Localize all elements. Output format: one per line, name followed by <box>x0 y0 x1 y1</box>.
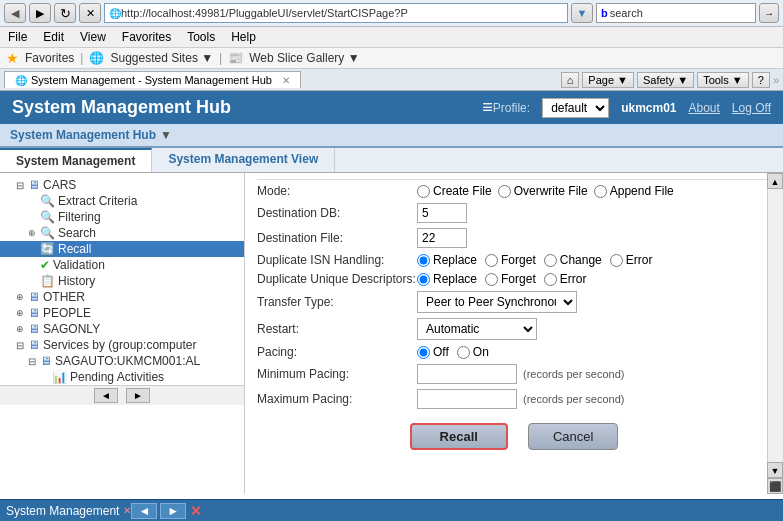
toggle-people[interactable]: ⊕ <box>16 308 28 318</box>
min-pacing-input[interactable] <box>417 364 517 384</box>
uniq-forget-opt[interactable]: Forget <box>485 272 536 286</box>
recall-button[interactable]: Recall <box>410 423 508 450</box>
browser-tab[interactable]: 🌐 System Management - System Management … <box>4 71 301 88</box>
pacing-off-label: Off <box>433 345 449 359</box>
uniq-replace-opt[interactable]: Replace <box>417 272 477 286</box>
app-menu-icon[interactable]: ≡ <box>482 97 493 118</box>
forward-button[interactable]: ▶ <box>29 3 51 23</box>
logout-link[interactable]: Log Off <box>732 101 771 115</box>
address-text: http://localhost:49981/PluggableUI/servl… <box>121 7 563 19</box>
toggle-services[interactable]: ⊟ <box>16 340 28 351</box>
suggested-sites[interactable]: Suggested Sites ▼ <box>110 51 213 65</box>
toggle-cars[interactable]: ⊟ <box>16 180 28 191</box>
tab-system-management[interactable]: System Management <box>0 148 152 172</box>
tree-scroll-left[interactable]: ◄ <box>94 388 118 403</box>
uniq-error-radio[interactable] <box>544 273 557 286</box>
tree-item-pending[interactable]: 📊 Pending Activities <box>0 369 244 385</box>
tree-item-services[interactable]: ⊟ 🖥 Services by (group:computer <box>0 337 244 353</box>
address-bar[interactable]: 🌐 http://localhost:49981/PluggableUI/ser… <box>104 3 568 23</box>
stop-button[interactable]: ✕ <box>79 3 101 23</box>
isn-change-radio[interactable] <box>544 254 557 267</box>
home-button[interactable]: ⌂ <box>561 72 580 88</box>
menu-edit[interactable]: Edit <box>39 29 68 45</box>
toggle-sagonly[interactable]: ⊕ <box>16 324 28 334</box>
webslice-gallery[interactable]: Web Slice Gallery ▼ <box>249 51 359 65</box>
scroll-corner-button[interactable]: ⬛ <box>767 478 783 494</box>
help-button[interactable]: ? <box>752 72 770 88</box>
menu-tools[interactable]: Tools <box>183 29 219 45</box>
tree-item-validation[interactable]: ✔ Validation <box>0 257 244 273</box>
menu-favorites[interactable]: Favorites <box>118 29 175 45</box>
toggle-search[interactable]: ⊕ <box>28 228 40 238</box>
pacing-on-label: On <box>473 345 489 359</box>
live-search-box[interactable]: b search <box>596 3 756 23</box>
uniq-error-opt[interactable]: Error <box>544 272 587 286</box>
pacing-on-radio[interactable] <box>457 346 470 359</box>
pacing-off-opt[interactable]: Off <box>417 345 449 359</box>
isn-replace-radio[interactable] <box>417 254 430 267</box>
scroll-down-button[interactable]: ▼ <box>767 462 783 478</box>
transfer-type-select[interactable]: Peer to Peer Synchronous <box>417 291 577 313</box>
tree-scroll-right[interactable]: ► <box>126 388 150 403</box>
about-link[interactable]: About <box>689 101 720 115</box>
dest-file-input[interactable] <box>417 228 467 248</box>
favorites-label[interactable]: Favorites <box>25 51 74 65</box>
uniq-replace-radio[interactable] <box>417 273 430 286</box>
safety-button[interactable]: Safety ▼ <box>637 72 694 88</box>
toggle-sagauto[interactable]: ⊟ <box>28 356 40 367</box>
tree-item-people[interactable]: ⊕ 🖥 PEOPLE <box>0 305 244 321</box>
uniq-forget-radio[interactable] <box>485 273 498 286</box>
status-close-icon[interactable]: ✕ <box>190 503 202 519</box>
breadcrumb-arrow-icon[interactable]: ▼ <box>160 128 172 142</box>
refresh-button[interactable]: ↻ <box>54 3 76 23</box>
page-button[interactable]: Page ▼ <box>582 72 634 88</box>
menu-help[interactable]: Help <box>227 29 260 45</box>
tree-item-sagonly[interactable]: ⊕ 🖥 SAGONLY <box>0 321 244 337</box>
tree-label-services: Services by (group:computer <box>43 338 196 352</box>
address-go-button[interactable]: ▼ <box>571 3 593 23</box>
toggle-other[interactable]: ⊕ <box>16 292 28 302</box>
search-go-button[interactable]: → <box>759 3 779 23</box>
tree-item-search[interactable]: ⊕ 🔍 Search <box>0 225 244 241</box>
restart-select[interactable]: Automatic <box>417 318 537 340</box>
tree-item-filtering[interactable]: 🔍 Filtering <box>0 209 244 225</box>
tree-item-cars[interactable]: ⊟ 🖥 CARS <box>0 177 244 193</box>
cancel-button[interactable]: Cancel <box>528 423 618 450</box>
menu-view[interactable]: View <box>76 29 110 45</box>
toggle-history <box>28 276 40 287</box>
profile-select[interactable]: default <box>542 98 609 118</box>
isn-error-opt[interactable]: Error <box>610 253 653 267</box>
tree-item-extract[interactable]: 🔍 Extract Criteria <box>0 193 244 209</box>
isn-forget-opt[interactable]: Forget <box>485 253 536 267</box>
mode-create-radio[interactable] <box>417 185 430 198</box>
tools-button[interactable]: Tools ▼ <box>697 72 749 88</box>
isn-change-opt[interactable]: Change <box>544 253 602 267</box>
tab-system-management-view[interactable]: System Management View <box>152 148 335 172</box>
dest-db-input[interactable] <box>417 203 467 223</box>
isn-replace-opt[interactable]: Replace <box>417 253 477 267</box>
back-button[interactable]: ◀ <box>4 3 26 23</box>
menu-file[interactable]: File <box>4 29 31 45</box>
status-prev-button[interactable]: ◄ <box>131 503 157 519</box>
tab-close-icon[interactable]: ✕ <box>282 75 290 86</box>
tree-item-recall[interactable]: 🔄 Recall <box>0 241 244 257</box>
mode-create-opt[interactable]: Create File <box>417 184 492 198</box>
pacing-on-opt[interactable]: On <box>457 345 489 359</box>
toggle-extract <box>28 196 40 207</box>
header-right: Profile: default ukmcm01 About Log Off <box>493 98 771 118</box>
tree-item-sagauto[interactable]: ⊟ 🖥 SAGAUTO:UKMCM001:AL <box>0 353 244 369</box>
status-next-button[interactable]: ► <box>160 503 186 519</box>
pacing-off-radio[interactable] <box>417 346 430 359</box>
mode-append-opt[interactable]: Append File <box>594 184 674 198</box>
isn-forget-radio[interactable] <box>485 254 498 267</box>
tree-item-other[interactable]: ⊕ 🖥 OTHER <box>0 289 244 305</box>
toolbar-right: ⌂ Page ▼ Safety ▼ Tools ▼ ? » <box>561 72 779 88</box>
scroll-up-button[interactable]: ▲ <box>767 173 783 189</box>
mode-overwrite-radio[interactable] <box>498 185 511 198</box>
breadcrumb-link[interactable]: System Management Hub <box>10 128 156 142</box>
max-pacing-input[interactable] <box>417 389 517 409</box>
mode-append-radio[interactable] <box>594 185 607 198</box>
tree-item-history[interactable]: 📋 History <box>0 273 244 289</box>
isn-error-radio[interactable] <box>610 254 623 267</box>
mode-overwrite-opt[interactable]: Overwrite File <box>498 184 588 198</box>
